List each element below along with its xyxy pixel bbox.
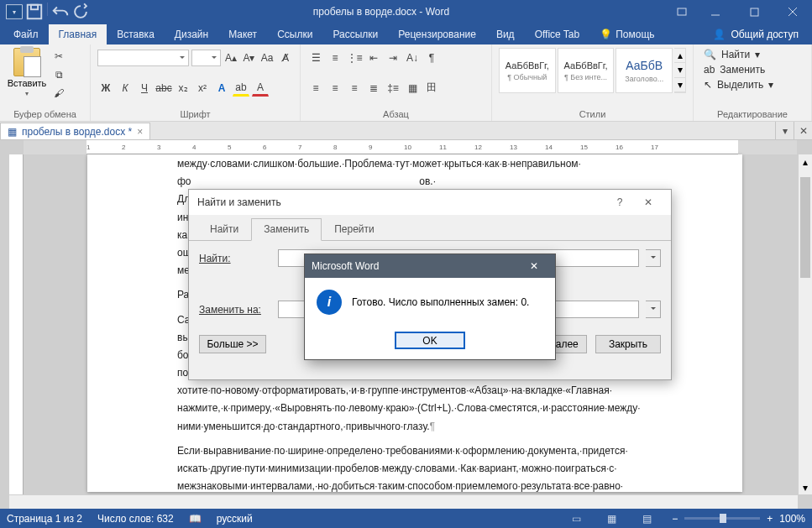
dialog-titlebar[interactable]: Найти и заменить ? ✕ [189,190,671,215]
dlg-tab-goto[interactable]: Перейти [322,218,387,240]
close-tab-icon[interactable]: × [137,126,143,138]
ok-button[interactable]: OK [395,332,465,349]
tab-file[interactable]: Файл [3,24,49,44]
horizontal-ruler[interactable]: 1234567891011121314151617 [24,140,797,154]
dlg-tab-find[interactable]: Найти [197,218,251,240]
tab-home[interactable]: Главная [49,24,107,44]
undo-icon[interactable] [51,3,70,21]
inc-indent-icon[interactable]: ⇥ [385,50,401,66]
view-print-icon[interactable]: ▦ [601,509,621,528]
styles-more[interactable]: ▴▾▾ [674,48,686,93]
share-button[interactable]: 👤Общий доступ [703,24,809,44]
format-painter-icon[interactable]: 🖌 [50,85,67,102]
font-name-combo[interactable] [97,50,189,66]
status-bar: Страница 1 из 2 Число слов: 632 📖 русски… [0,509,812,528]
replace-dropdown-icon[interactable] [646,301,661,318]
show-marks-icon[interactable]: ¶ [423,50,440,66]
tab-layout[interactable]: Макет [218,24,267,44]
clear-format-icon[interactable]: A̸ [277,50,293,66]
style-heading1[interactable]: АаБбВЗаголово... [616,48,673,93]
find-dropdown-icon[interactable] [646,249,661,267]
maximize-icon[interactable] [735,0,773,24]
find-button[interactable]: 🔍Найти ▾ [700,48,804,61]
strike-icon[interactable]: abc [155,80,172,97]
vertical-ruler[interactable] [9,154,24,494]
tab-review[interactable]: Рецензирование [388,24,486,44]
dlg-tab-replace[interactable]: Заменить [251,218,322,241]
text-effects-icon[interactable]: A [213,80,230,97]
status-words[interactable]: Число слов: 632 [97,513,174,525]
status-language[interactable]: русский [217,513,253,525]
status-proof-icon[interactable]: 📖 [189,513,202,525]
style-no-spacing[interactable]: АаБбВвГг,¶ Без инте... [558,48,615,93]
tabs-close-icon[interactable]: ✕ [794,122,812,139]
line-spacing-icon[interactable]: ‡≡ [385,80,401,97]
paste-button[interactable]: Вставить ▾ [7,48,47,97]
close-icon[interactable] [773,0,812,24]
align-left-icon[interactable]: ≡ [307,80,324,97]
tab-officetab[interactable]: Office Tab [525,24,590,44]
copy-icon[interactable]: ⧉ [50,66,67,83]
bullets-icon[interactable]: ☰ [307,50,324,66]
view-read-icon[interactable]: ▭ [566,509,586,528]
horizontal-scrollbar[interactable] [9,494,798,509]
qa-more-icon[interactable]: ▾ [5,3,24,21]
vertical-scrollbar[interactable]: ▴ ▾ [798,154,812,494]
align-right-icon[interactable]: ≡ [346,80,363,97]
numbering-icon[interactable]: ≡ [327,50,343,66]
shrink-font-icon[interactable]: A▾ [241,50,257,66]
msgbox-titlebar[interactable]: Microsoft Word ✕ [305,254,555,278]
scroll-thumb[interactable] [800,177,810,278]
group-clipboard: Вставить ▾ ✂ ⧉ 🖌 Буфер обмена [0,44,91,121]
close-button[interactable]: Закрыть [595,335,661,353]
sort-icon[interactable]: A↓ [404,50,421,66]
tab-design[interactable]: Дизайн [165,24,218,44]
underline-icon[interactable]: Ч [136,80,153,97]
status-page[interactable]: Страница 1 из 2 [7,513,82,525]
scroll-down-icon[interactable]: ▾ [799,480,812,494]
subscript-icon[interactable]: x₂ [175,80,191,97]
bold-icon[interactable]: Ж [97,80,114,97]
tab-view[interactable]: Вид [486,24,525,44]
replace-button[interactable]: abЗаменить [700,63,804,76]
minimize-icon[interactable] [696,0,735,24]
msgbox-close-icon[interactable]: ✕ [520,257,548,275]
change-case-icon[interactable]: Aa [259,50,275,66]
styles-label: Стили [499,107,686,119]
zoom-out-icon[interactable]: − [672,513,678,525]
dec-indent-icon[interactable]: ⇤ [365,50,382,66]
more-button[interactable]: Больше >> [199,335,266,353]
justify-icon[interactable]: ≣ [365,80,382,97]
ribbon-opts-icon[interactable] [668,0,696,24]
tell-me[interactable]: 💡Помощь [589,24,664,44]
superscript-icon[interactable]: x² [194,80,211,97]
highlight-icon[interactable]: ab [233,80,249,97]
tabs-dropdown-icon[interactable]: ▾ [775,122,794,139]
borders-icon[interactable]: 田 [423,80,440,97]
font-size-combo[interactable] [191,50,221,66]
find-label: Найти: [199,253,271,264]
multilevel-icon[interactable]: ⋮≡ [346,50,363,66]
view-web-icon[interactable]: ▤ [637,509,657,528]
document-tab[interactable]: ▦ пробелы в ворде.docx * × [0,123,150,139]
zoom-in-icon[interactable]: + [767,513,773,525]
tab-mailings[interactable]: Рассылки [322,24,388,44]
italic-icon[interactable]: К [117,80,134,97]
dialog-help-icon[interactable]: ? [605,192,634,212]
dialog-close-icon[interactable]: ✕ [634,192,663,212]
tab-references[interactable]: Ссылки [267,24,322,44]
tab-insert[interactable]: Вставка [107,24,165,44]
cut-icon[interactable]: ✂ [50,48,67,65]
grow-font-icon[interactable]: A▴ [223,50,239,66]
zoom-slider[interactable] [684,517,760,520]
shading-icon[interactable]: ▦ [404,80,421,97]
scroll-up-icon[interactable]: ▴ [799,154,812,169]
style-normal[interactable]: АаБбВвГг,¶ Обычный [499,48,556,93]
font-color-icon[interactable]: A [252,80,269,97]
select-button[interactable]: ↖Выделить ▾ [700,78,804,91]
redo-icon[interactable] [71,3,90,21]
save-icon[interactable] [25,3,44,21]
clipboard-label: Буфер обмена [7,107,83,119]
align-center-icon[interactable]: ≡ [327,80,343,97]
zoom-level[interactable]: 100% [779,513,805,525]
